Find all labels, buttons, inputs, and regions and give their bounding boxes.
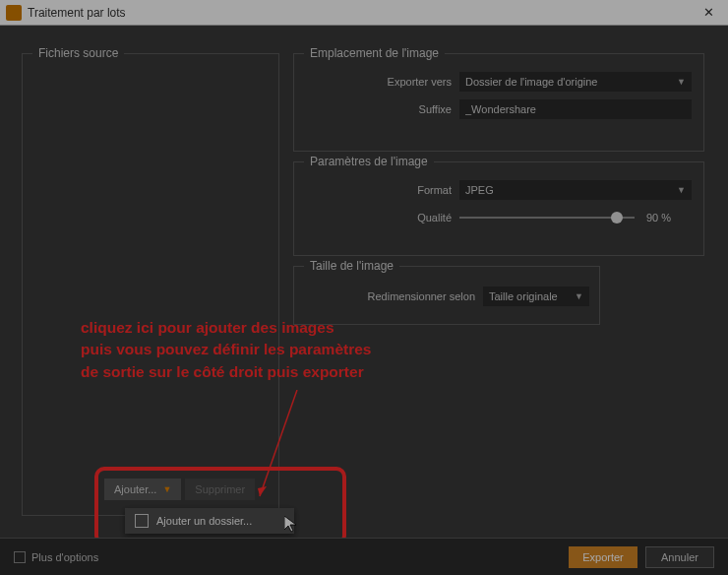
annotation-line: cliquez ici pour ajouter des images: [81, 317, 371, 339]
quality-value: 90 %: [646, 212, 671, 224]
image-location-panel: Emplacement de l'image Exporter vers Dos…: [293, 53, 704, 152]
resize-value: Taille originale: [489, 290, 558, 302]
window-title: Traitement par lots: [28, 6, 689, 20]
format-label: Format: [294, 184, 452, 196]
annotation-line: de sortie sur le côté droit puis exporte…: [81, 361, 371, 383]
titlebar: Traitement par lots ✕: [0, 0, 728, 26]
chevron-down-icon: ▼: [677, 185, 686, 195]
chevron-down-icon: ▼: [677, 77, 686, 87]
suffix-label: Suffixe: [294, 103, 452, 115]
resize-label: Redimensionner selon: [294, 290, 475, 302]
annotation-text: cliquez ici pour ajouter des images puis…: [81, 317, 371, 383]
more-options-label: Plus d'options: [31, 551, 561, 563]
annotation-highlight: [94, 467, 346, 545]
close-icon[interactable]: ✕: [689, 0, 728, 26]
quality-slider[interactable]: [459, 217, 635, 219]
source-legend: Fichiers source: [32, 46, 124, 60]
format-select[interactable]: JPEG ▼: [459, 180, 692, 200]
export-button[interactable]: Exporter: [569, 546, 637, 568]
size-legend: Taille de l'image: [304, 259, 399, 273]
param-legend: Paramètres de l'image: [304, 155, 434, 168]
chevron-down-icon: ▼: [575, 291, 583, 301]
image-params-panel: Paramètres de l'image Format JPEG ▼ Qual…: [293, 161, 704, 256]
image-size-panel: Taille de l'image Redimensionner selon T…: [293, 266, 600, 325]
suffix-input[interactable]: [459, 99, 692, 119]
quality-label: Qualité: [294, 212, 452, 224]
export-to-select[interactable]: Dossier de l'image d'origine ▼: [459, 72, 692, 92]
footer: Plus d'options Exporter Annuler: [0, 538, 728, 575]
annotation-line: puis vous pouvez définir les paramètres: [81, 339, 371, 360]
source-files-panel: Fichiers source: [22, 53, 279, 516]
loc-legend: Emplacement de l'image: [304, 46, 445, 60]
export-to-value: Dossier de l'image d'origine: [465, 76, 597, 88]
app-icon: [6, 5, 22, 21]
slider-thumb[interactable]: [611, 212, 623, 224]
resize-select[interactable]: Taille originale ▼: [483, 287, 589, 306]
main-area: Fichiers source Ajouter... ▼ Supprimer A…: [0, 26, 728, 538]
export-to-label: Exporter vers: [294, 76, 452, 88]
cancel-button[interactable]: Annuler: [645, 546, 714, 568]
more-options-checkbox[interactable]: [14, 551, 26, 563]
format-value: JPEG: [465, 184, 494, 196]
